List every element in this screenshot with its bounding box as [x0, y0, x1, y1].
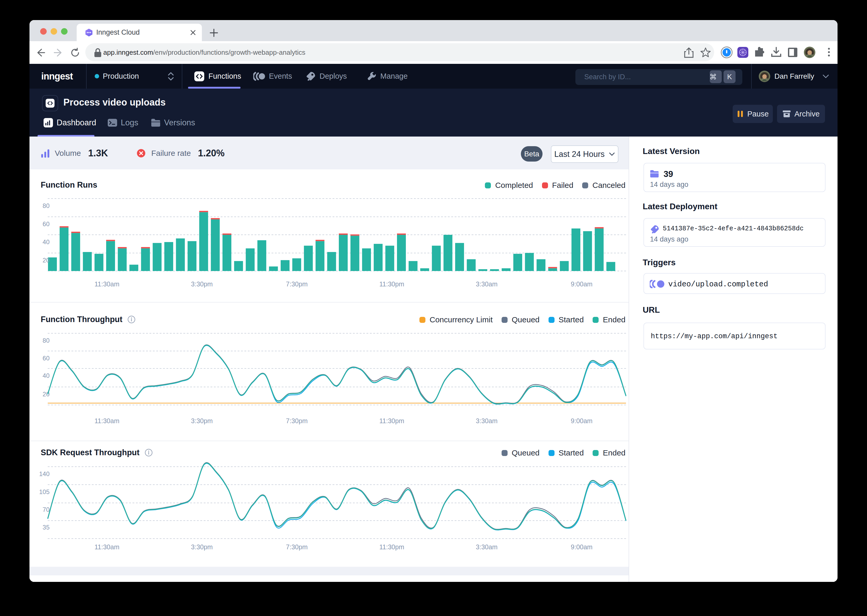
svg-text:20: 20	[43, 257, 50, 264]
svg-text:11:30pm: 11:30pm	[379, 417, 404, 424]
svg-text:3:30pm: 3:30pm	[191, 543, 213, 551]
svg-text:11:30pm: 11:30pm	[379, 543, 404, 551]
svg-text:60: 60	[43, 220, 50, 228]
svg-text:11:30pm: 11:30pm	[379, 280, 404, 288]
svg-text:3:30pm: 3:30pm	[191, 417, 213, 424]
svg-text:3:30am: 3:30am	[476, 417, 497, 424]
svg-text:9:00am: 9:00am	[571, 543, 592, 551]
svg-text:11:30am: 11:30am	[95, 417, 119, 424]
svg-text:105: 105	[39, 488, 50, 495]
svg-text:35: 35	[43, 524, 50, 531]
svg-text:3:30am: 3:30am	[476, 280, 497, 288]
svg-text:60: 60	[43, 355, 50, 362]
svg-text:7:30pm: 7:30pm	[286, 280, 307, 288]
svg-text:40: 40	[43, 372, 50, 379]
svg-text:70: 70	[43, 506, 50, 513]
svg-text:140: 140	[39, 470, 50, 478]
svg-text:80: 80	[43, 337, 50, 344]
svg-text:11:30am: 11:30am	[95, 280, 119, 288]
svg-text:9:00am: 9:00am	[571, 280, 592, 288]
svg-text:7:30pm: 7:30pm	[286, 417, 307, 424]
svg-text:80: 80	[43, 202, 50, 209]
svg-text:7:30pm: 7:30pm	[286, 543, 307, 551]
svg-text:3:30pm: 3:30pm	[191, 280, 213, 288]
svg-text:3:30am: 3:30am	[476, 543, 497, 551]
svg-text:9:00am: 9:00am	[571, 417, 592, 424]
svg-text:11:30am: 11:30am	[95, 543, 119, 551]
svg-text:40: 40	[43, 239, 50, 245]
